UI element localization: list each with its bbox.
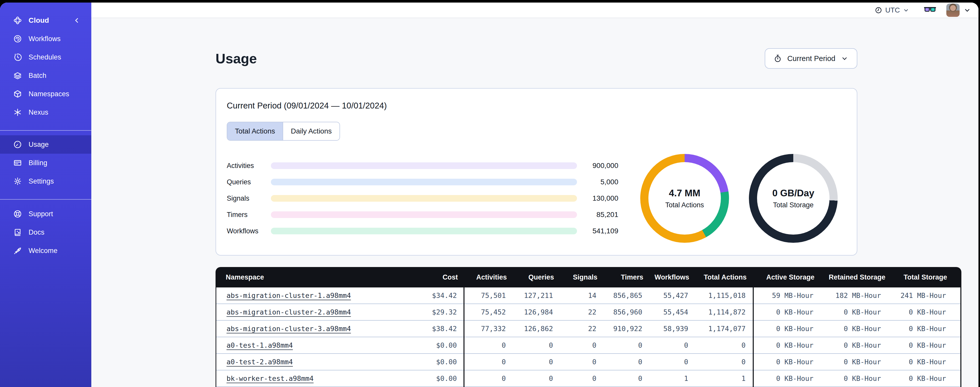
actions-bar-chart: Activities 900,000 Queries 5,00 (227, 158, 618, 239)
bar-chart-row: Signals 130,000 (227, 190, 618, 206)
namespace-cell: abs-migration-cluster-3.a98mm4 (216, 321, 420, 337)
clock-icon (875, 6, 882, 14)
sidebar-item-support[interactable]: Support (0, 205, 91, 223)
timers-cell: 856,865 (603, 288, 649, 304)
sidebar-item-label: Nexus (29, 109, 48, 117)
total-storage-caption: Total Storage (773, 201, 813, 209)
total-actions-cell: 1,115,018 (695, 288, 753, 304)
timezone-selector[interactable]: UTC (875, 6, 909, 14)
active-storage-cell: 0 KB-Hour (754, 370, 828, 387)
sidebar-item-usage[interactable]: Usage (0, 135, 91, 154)
bar-track (271, 179, 577, 186)
workflows-cell: 58,939 (649, 321, 695, 337)
tab-daily-actions[interactable]: Daily Actions (283, 122, 339, 140)
table-body: abs-migration-cluster-1.a98mm4 $34.42 75… (216, 288, 961, 387)
workflows-cell: 55,427 (649, 288, 695, 304)
content: Usage Current Period Current Period (09/… (91, 18, 978, 387)
topbar: UTC (91, 3, 978, 18)
active-storage-cell: 0 KB-Hour (754, 337, 828, 354)
bar-value-label: 130,000 (577, 194, 618, 202)
sidebar-item-nexus[interactable]: Nexus (0, 103, 91, 122)
timers-cell: 0 (603, 370, 649, 387)
table-row: a0-test-1.a98mm4 $0.00 0 0 0 0 0 0 0 KB-… (216, 337, 960, 354)
bar-value-label: 5,000 (577, 178, 618, 186)
sidebar-logo-cloud[interactable]: Cloud (0, 11, 91, 30)
queries-cell: 126,984 (513, 304, 560, 321)
timers-cell: 910,922 (603, 321, 649, 337)
period-selector-button[interactable]: Current Period (765, 48, 857, 69)
chevron-down-icon (841, 55, 848, 62)
period-selector-label: Current Period (787, 54, 835, 63)
namespace-link[interactable]: abs-migration-cluster-2.a98mm4 (226, 308, 351, 316)
namespaces-cube-icon (13, 90, 22, 98)
sidebar-item-docs[interactable]: Docs (0, 223, 91, 241)
signals-cell: 0 (560, 337, 603, 354)
donut-center: 0 GB/Day Total Storage (757, 162, 829, 235)
total-actions-cell: 0 (695, 354, 753, 370)
namespace-link[interactable]: a0-test-2.a98mm4 (226, 358, 293, 366)
sidebar-item-label: Docs (29, 229, 45, 237)
activities-cell: 0 (465, 370, 513, 387)
table-row: a0-test-2.a98mm4 $0.00 0 0 0 0 0 0 0 KB-… (216, 354, 960, 370)
column-header-cost: Cost (421, 273, 465, 281)
workflows-icon (13, 34, 22, 43)
user-avatar[interactable] (946, 3, 959, 17)
sidebar-item-workflows[interactable]: Workflows (0, 30, 91, 48)
activities-cell: 0 (465, 354, 513, 370)
page-title: Usage (216, 51, 257, 66)
bar-value-label: 85,201 (577, 211, 618, 219)
tab-total-actions[interactable]: Total Actions (227, 122, 283, 140)
bar-chart-row: Queries 5,000 (227, 174, 618, 190)
bar-chart-row: Timers 85,201 (227, 206, 618, 223)
signals-cell: 14 (560, 288, 603, 304)
total-actions-donut: 4.7 MM Total Actions (640, 154, 729, 243)
queries-cell: 0 (513, 337, 560, 354)
total-storage-value: 0 GB/Day (772, 188, 815, 198)
namespace-cell: a0-test-1.a98mm4 (216, 337, 420, 354)
sidebar-item-label: Settings (29, 178, 54, 186)
namespace-cell: abs-migration-cluster-1.a98mm4 (216, 288, 420, 304)
welcome-rocket-icon (13, 246, 22, 255)
sidebar-item-label: Billing (29, 159, 47, 167)
sidebar-item-billing[interactable]: Billing (0, 154, 91, 172)
total-storage-cell: 0 KB-Hour (895, 321, 960, 337)
sidebar-item-namespaces[interactable]: Namespaces (0, 85, 91, 103)
namespace-usage-table: Namespace Cost Activities Queries Signal… (216, 267, 961, 387)
namespace-link[interactable]: a0-test-1.a98mm4 (226, 341, 293, 349)
bar-category-label: Workflows (227, 227, 271, 235)
main-area: UTC Usage (91, 3, 978, 387)
namespace-link[interactable]: bk-worker-test.a98mm4 (226, 374, 313, 382)
namespace-link[interactable]: abs-migration-cluster-1.a98mm4 (226, 291, 351, 299)
sidebar-collapse-icon[interactable] (73, 17, 80, 24)
bar-category-label: Timers (227, 211, 271, 219)
account-menu-chevron-icon[interactable] (964, 6, 971, 14)
table-row: abs-migration-cluster-2.a98mm4 $29.32 75… (216, 304, 960, 321)
support-lifebuoy-icon (13, 209, 22, 218)
cost-cell: $29.32 (420, 304, 463, 321)
docs-book-icon (13, 228, 22, 237)
labs-glasses-icon[interactable] (924, 6, 936, 14)
sidebar-item-settings[interactable]: Settings (0, 172, 91, 190)
retained-storage-cell: 0 KB-Hour (828, 337, 895, 354)
namespace-link[interactable]: abs-migration-cluster-3.a98mm4 (226, 325, 351, 333)
sidebar-item-welcome[interactable]: Welcome (0, 241, 91, 260)
sidebar-item-schedules[interactable]: Schedules (0, 48, 91, 66)
sidebar-divider (0, 199, 91, 200)
schedules-icon (13, 53, 22, 62)
charts-row: Activities 900,000 Queries 5,00 (227, 154, 846, 243)
total-storage-donut: 0 GB/Day Total Storage (749, 154, 838, 243)
queries-cell: 127,211 (513, 288, 560, 304)
sidebar-item-label: Workflows (29, 35, 61, 43)
queries-cell: 0 (513, 354, 560, 370)
nexus-asterisk-icon (13, 108, 22, 117)
bar-category-label: Signals (227, 195, 271, 202)
cost-cell: $34.42 (420, 288, 463, 304)
active-storage-cell: 0 KB-Hour (754, 354, 828, 370)
total-actions-cell: 1,114,872 (695, 304, 753, 321)
activities-cell: 77,332 (465, 321, 513, 337)
sidebar-item-label: Schedules (29, 53, 61, 61)
column-header-namespace: Namespace (216, 273, 421, 281)
sidebar-item-batch[interactable]: Batch (0, 66, 91, 85)
usage-gauge-icon (13, 140, 22, 149)
bar-track (271, 211, 577, 218)
